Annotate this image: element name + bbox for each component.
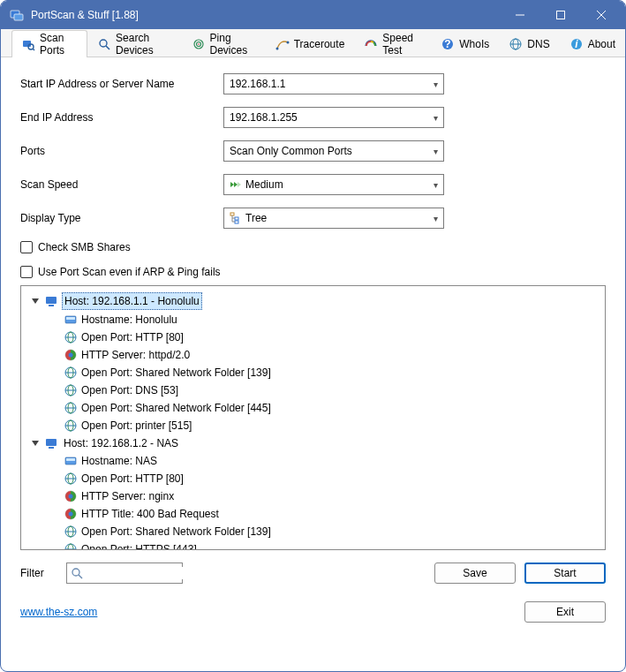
tree-item[interactable]: HTTP Server: nginx bbox=[25, 487, 601, 505]
port-icon bbox=[64, 542, 78, 550]
svg-line-68 bbox=[79, 575, 82, 578]
ports-value: Scan Only Common Ports bbox=[230, 145, 434, 157]
tree-item-text: Open Port: Shared Network Folder [139] bbox=[81, 524, 271, 540]
tab-label: WhoIs bbox=[459, 38, 489, 50]
expander-icon[interactable] bbox=[30, 296, 41, 306]
host-icon bbox=[44, 436, 58, 450]
tab-ping-devices[interactable]: Ping Devices bbox=[182, 30, 266, 57]
host-node[interactable]: Host: 192.168.1.1 - Honolulu bbox=[25, 291, 601, 311]
tab-speed-test[interactable]: Speed Test bbox=[354, 30, 431, 57]
tree-item[interactable]: Open Port: HTTPS [443] bbox=[25, 540, 601, 550]
minimize-button[interactable] bbox=[500, 2, 540, 28]
tree-item[interactable]: Open Port: DNS [53] bbox=[25, 381, 601, 399]
svg-rect-27 bbox=[49, 305, 54, 306]
tab-label: Ping Devices bbox=[210, 32, 256, 57]
tab-search-devices[interactable]: Search Devices bbox=[87, 30, 181, 57]
tree-item[interactable]: Open Port: HTTP [80] bbox=[25, 470, 601, 487]
tree-item[interactable]: Hostname: NAS bbox=[25, 452, 601, 470]
tab-label: About bbox=[588, 38, 615, 50]
tree-item-text: Open Port: Shared Network Folder [445] bbox=[81, 400, 271, 416]
chevron-down-icon: ▾ bbox=[434, 214, 438, 223]
svg-text:?: ? bbox=[445, 38, 451, 50]
exit-button[interactable]: Exit bbox=[524, 601, 606, 623]
filter-text-input[interactable] bbox=[87, 567, 219, 579]
svg-point-67 bbox=[72, 569, 79, 576]
smb-checkbox[interactable] bbox=[20, 241, 33, 253]
start-ip-input[interactable]: 192.168.1.1 ▾ bbox=[223, 73, 444, 94]
tree-item-text: Open Port: HTTPS [443] bbox=[81, 541, 197, 550]
port-icon bbox=[64, 330, 78, 344]
window-title: PortScan & Stuff [1.88] bbox=[31, 9, 500, 21]
speed-value: Medium bbox=[245, 178, 434, 191]
display-value: Tree bbox=[245, 212, 434, 224]
tree-item[interactable]: HTTP Server: httpd/2.0 bbox=[25, 346, 601, 364]
end-ip-value: 192.168.1.255 bbox=[230, 111, 434, 124]
arp-checkbox-label: Use Port Scan even if ARP & Ping fails bbox=[38, 266, 221, 278]
chevron-down-icon: ▾ bbox=[434, 147, 438, 156]
svg-line-10 bbox=[106, 46, 109, 49]
search-icon bbox=[71, 567, 83, 579]
svg-rect-1 bbox=[14, 14, 23, 20]
arp-checkbox[interactable] bbox=[20, 266, 33, 278]
http-server-icon bbox=[64, 489, 78, 503]
tree-item[interactable]: Open Port: HTTP [80] bbox=[25, 328, 601, 346]
chevron-down-icon: ▾ bbox=[434, 113, 438, 123]
results-tree[interactable]: Host: 192.168.1.1 - Honolulu Hostname: H… bbox=[20, 285, 606, 550]
tab-scan-ports[interactable]: Scan Ports bbox=[11, 30, 87, 57]
tree-item[interactable]: HTTP Title: 400 Bad Request bbox=[25, 505, 601, 523]
app-icon bbox=[10, 8, 24, 22]
port-icon bbox=[64, 401, 78, 415]
tree-item[interactable]: Open Port: printer [515] bbox=[25, 417, 601, 434]
hostname-icon bbox=[64, 313, 78, 327]
tab-label: Speed Test bbox=[382, 32, 421, 57]
tab-label: Scan Ports bbox=[40, 32, 78, 57]
whois-icon: ? bbox=[441, 37, 455, 51]
tab-dns[interactable]: DNS bbox=[499, 30, 559, 57]
tree-item-text: Open Port: DNS [53] bbox=[81, 382, 178, 398]
filter-input[interactable] bbox=[66, 563, 183, 584]
port-icon bbox=[64, 383, 78, 397]
tree-item[interactable]: Hostname: Honolulu bbox=[25, 311, 601, 328]
expander-icon[interactable] bbox=[30, 438, 41, 449]
end-ip-input[interactable]: 192.168.1.255 ▾ bbox=[223, 107, 444, 128]
tab-traceroute[interactable]: Traceroute bbox=[266, 30, 355, 57]
svg-point-9 bbox=[100, 40, 107, 47]
chevron-down-icon: ▾ bbox=[434, 180, 438, 190]
ports-label: Ports bbox=[20, 145, 223, 157]
maximize-button[interactable] bbox=[540, 2, 581, 28]
tab-whois[interactable]: ? WhoIs bbox=[431, 30, 499, 57]
close-button[interactable] bbox=[581, 2, 622, 28]
host-node[interactable]: Host: 192.168.1.2 - NAS bbox=[25, 434, 601, 452]
tree-item[interactable]: Open Port: Shared Network Folder [445] bbox=[25, 399, 601, 417]
svg-rect-50 bbox=[66, 458, 75, 461]
speed-select[interactable]: Medium ▾ bbox=[223, 174, 444, 195]
tab-bar: Scan Ports Search Devices Ping Devices T… bbox=[1, 29, 625, 57]
start-button[interactable]: Start bbox=[524, 563, 606, 584]
svg-point-57 bbox=[69, 512, 73, 517]
tab-label: Traceroute bbox=[294, 38, 345, 50]
tab-label: DNS bbox=[527, 38, 549, 50]
footer-link[interactable]: www.the-sz.com bbox=[20, 606, 97, 618]
save-button[interactable]: Save bbox=[434, 563, 516, 584]
tree-item[interactable]: Open Port: Shared Network Folder [139] bbox=[25, 523, 601, 540]
port-icon bbox=[64, 366, 78, 380]
ports-select[interactable]: Scan Only Common Ports ▾ bbox=[223, 140, 444, 162]
tree-item[interactable]: Open Port: Shared Network Folder [139] bbox=[25, 364, 601, 381]
traceroute-icon bbox=[275, 37, 290, 51]
tab-about[interactable]: i About bbox=[560, 30, 625, 57]
display-select[interactable]: Tree ▾ bbox=[223, 208, 444, 229]
svg-rect-26 bbox=[46, 297, 57, 304]
display-label: Display Type bbox=[20, 212, 223, 224]
smb-checkbox-label: Check SMB Shares bbox=[38, 241, 131, 253]
svg-point-14 bbox=[275, 48, 278, 50]
svg-rect-25 bbox=[235, 221, 238, 223]
tree-item-text: Open Port: printer [515] bbox=[81, 418, 192, 434]
tree-item-text: Open Port: HTTP [80] bbox=[81, 471, 184, 487]
tree-item-text: HTTP Server: nginx bbox=[81, 488, 174, 504]
start-ip-label: Start IP Address or Server Name bbox=[20, 78, 223, 90]
speed-label: Scan Speed bbox=[20, 178, 223, 191]
port-icon bbox=[64, 472, 78, 486]
tree-icon bbox=[230, 212, 242, 224]
port-icon bbox=[64, 419, 78, 433]
svg-rect-23 bbox=[230, 213, 234, 215]
